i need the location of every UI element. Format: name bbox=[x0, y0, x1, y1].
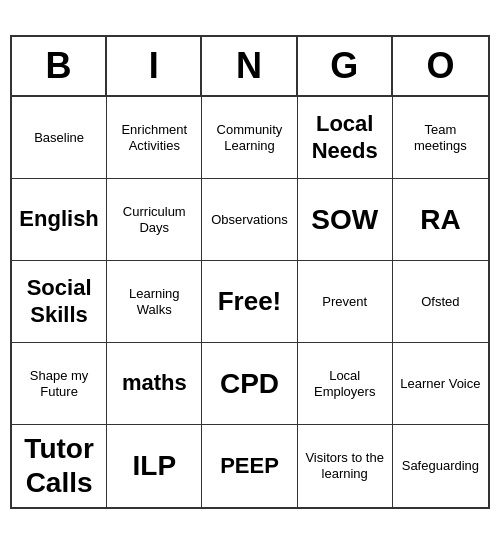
bingo-cell-9: RA bbox=[393, 179, 488, 261]
bingo-cell-6: Curriculum Days bbox=[107, 179, 202, 261]
bingo-cell-12: Free! bbox=[202, 261, 297, 343]
bingo-header: BINGO bbox=[12, 37, 488, 97]
bingo-cell-15: Shape my Future bbox=[12, 343, 107, 425]
bingo-cell-14: Ofsted bbox=[393, 261, 488, 343]
header-letter-i: I bbox=[107, 37, 202, 95]
bingo-cell-7: Observations bbox=[202, 179, 297, 261]
bingo-cell-8: SOW bbox=[298, 179, 393, 261]
bingo-cell-10: Social Skills bbox=[12, 261, 107, 343]
bingo-cell-16: maths bbox=[107, 343, 202, 425]
bingo-cell-1: Enrichment Activities bbox=[107, 97, 202, 179]
bingo-cell-11: Learning Walks bbox=[107, 261, 202, 343]
bingo-grid: BaselineEnrichment ActivitiesCommunity L… bbox=[12, 97, 488, 507]
bingo-cell-23: Visitors to the learning bbox=[298, 425, 393, 507]
bingo-cell-13: Prevent bbox=[298, 261, 393, 343]
bingo-cell-22: PEEP bbox=[202, 425, 297, 507]
bingo-cell-2: Community Learning bbox=[202, 97, 297, 179]
header-letter-b: B bbox=[12, 37, 107, 95]
bingo-cell-4: Team meetings bbox=[393, 97, 488, 179]
bingo-cell-18: Local Employers bbox=[298, 343, 393, 425]
bingo-cell-17: CPD bbox=[202, 343, 297, 425]
bingo-card: BINGO BaselineEnrichment ActivitiesCommu… bbox=[10, 35, 490, 509]
bingo-cell-20: Tutor Calls bbox=[12, 425, 107, 507]
header-letter-o: O bbox=[393, 37, 488, 95]
header-letter-n: N bbox=[202, 37, 297, 95]
header-letter-g: G bbox=[298, 37, 393, 95]
bingo-cell-5: English bbox=[12, 179, 107, 261]
bingo-cell-21: ILP bbox=[107, 425, 202, 507]
bingo-cell-19: Learner Voice bbox=[393, 343, 488, 425]
bingo-cell-0: Baseline bbox=[12, 97, 107, 179]
bingo-cell-24: Safeguarding bbox=[393, 425, 488, 507]
bingo-cell-3: Local Needs bbox=[298, 97, 393, 179]
